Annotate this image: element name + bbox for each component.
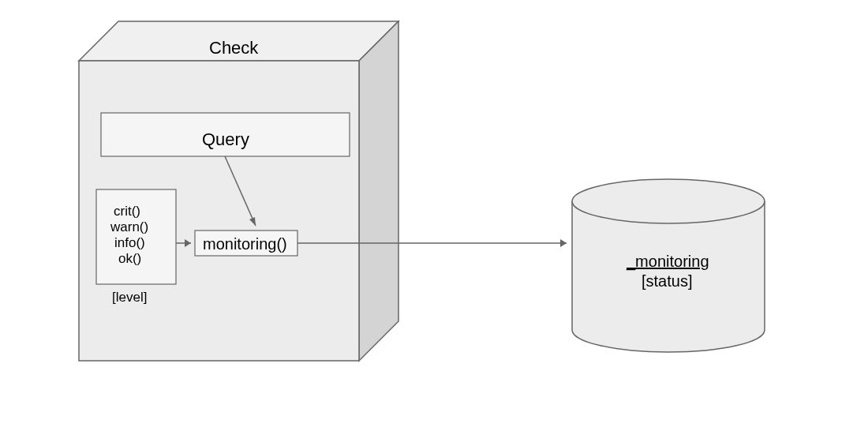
datastore-status: [status] [642, 272, 692, 290]
cube-title: Check [209, 38, 258, 58]
cube-side-face [359, 21, 398, 361]
arrowhead-3 [560, 239, 567, 247]
datastore-name: _monitoring [627, 253, 709, 271]
level-item-warn: warn() [110, 219, 148, 235]
level-item-info: info() [114, 235, 145, 251]
monitoring-fn-label: monitoring() [203, 235, 287, 253]
level-item-ok: ok() [118, 251, 141, 267]
query-label: Query [202, 129, 249, 150]
cylinder-top [572, 179, 765, 223]
level-item-crit: crit() [114, 204, 140, 219]
level-label: [level] [112, 290, 147, 305]
